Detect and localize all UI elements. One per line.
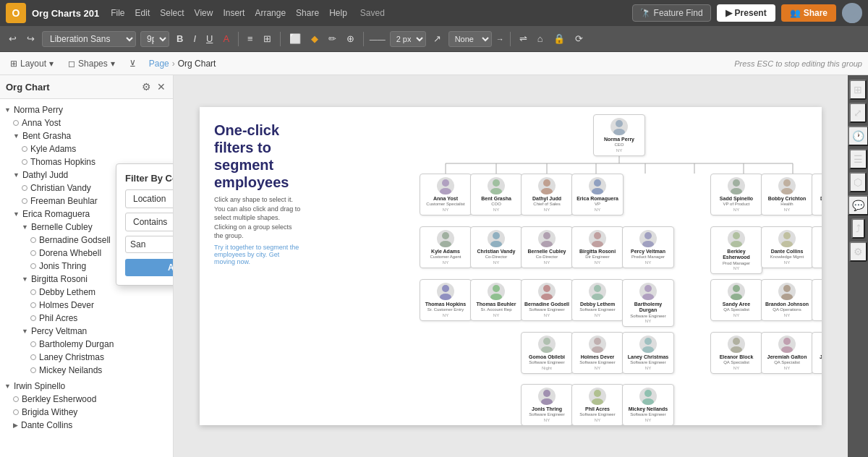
menu-view[interactable]: View [195,8,213,18]
tree-node-laney-christmas[interactable]: Laney Christmas [26,351,173,364]
lock-button[interactable]: 🔒 [550,32,568,46]
waypoint-button[interactable]: ⌂ [535,32,546,46]
font-selector[interactable]: Liberation Sans [42,31,136,47]
panel-expand-button[interactable]: ⤢ [849,103,867,123]
filter-value-input[interactable] [125,236,174,253]
tree-node-dante-collins[interactable]: ▶ Dante Collins [9,419,173,432]
panel-node-button[interactable]: ⬡ [849,172,867,192]
extra-button[interactable]: ⊕ [344,32,357,46]
org-card-holmes[interactable]: Holmes Dever Software Engineer NY [571,332,624,374]
panel-layers-button[interactable]: ☰ [849,149,867,169]
menu-share[interactable]: Share [296,8,319,18]
tree-node-anna-yost[interactable]: Anna Yost [9,116,173,129]
tree-node-irwin-spinello[interactable]: ▼ Irwin Spinello [0,380,173,393]
panel-chat-button[interactable]: 💬 [848,195,869,215]
user-avatar[interactable] [842,3,862,23]
panel-share-button[interactable]: ⤴ [851,218,865,239]
panel-grid-button[interactable]: ⊞ [849,80,867,100]
connector-button[interactable]: ↗ [430,32,444,46]
shapes-button[interactable]: ◻ Shapes ▾ [64,57,119,70]
org-card-ceo[interactable]: Norma Perry CEO NY [593,114,645,156]
italic-button[interactable]: I [190,32,199,46]
font-color-button[interactable]: A [220,32,232,46]
org-card-janice[interactable]: Janice Walkins QA Operations NY [812,332,822,374]
align-right-button[interactable]: ⊞ [260,32,274,46]
org-card-thomas[interactable]: Thomas Hopkins Sr. Customer Entry NY [420,279,472,321]
org-card-berkeley[interactable]: Berkley Esherwood Prod Manager NY [710,226,762,274]
avatar [728,230,745,247]
org-card-freeman[interactable]: Thomas Beuhler Sr. Account Rep NY [470,279,522,321]
org-card-bernelle[interactable]: Bernelle Cubley Co-Director NY [521,226,573,268]
menu-arrange[interactable]: Arrange [255,8,286,18]
filter-button[interactable]: ⊻ [125,57,140,70]
add-filter-button[interactable]: Add Filter [125,259,174,276]
sidebar-close-button[interactable]: ✕ [156,80,167,94]
org-card-bartholemy[interactable]: Bartholemy Durgan Software Engineer NY [622,279,674,327]
tree-node-percy-veltman[interactable]: ▼ Percy Veltman [17,325,173,338]
bold-button[interactable]: B [174,32,186,46]
org-card-debby[interactable]: Debby Lethem Software Engineer NY [571,279,624,321]
panel-clock-button[interactable]: 🕐 [848,126,869,146]
org-card-christian[interactable]: Christian Vandy Co-Director NY [470,226,522,268]
tree-node-holmes-dever[interactable]: Holmes Dever [26,299,173,312]
undo-button[interactable]: ↩ [6,32,20,46]
none-selector[interactable]: None [448,31,492,47]
fill-color-button[interactable]: ◆ [308,32,321,46]
underline-button[interactable]: U [203,32,216,46]
menu-select[interactable]: Select [160,8,184,18]
sidebar-settings-button[interactable]: ⚙ [140,80,153,94]
org-card-jeremiah[interactable]: Jeremiah Galton QA Specialist NY [761,332,813,374]
filter-column-select[interactable]: Location Name Role Department [125,189,174,208]
present-button[interactable]: ▶ Present [717,4,775,22]
org-card-mickey[interactable]: Mickey Neilands Software Engineer NY [622,384,674,425]
tree-node-norma-perry[interactable]: ▼ Norma Perry [0,103,173,116]
align-left-button[interactable]: ≡ [244,32,256,46]
tree-node-kyle-adams[interactable]: Kyle Adams [17,142,173,155]
reset-button[interactable]: ⟳ [572,32,586,46]
org-card-diana[interactable]: Diana Wiggins QA Director NY [812,174,822,215]
org-card-anna[interactable]: Anna Yost Customer Specialist NY [420,174,472,215]
shape-button[interactable]: ⬜ [286,32,304,46]
menu-insert[interactable]: Insert [223,8,244,18]
menu-help[interactable]: Help [329,8,347,18]
org-card-jonis[interactable]: Jonis Thring Software Engineer NY [521,384,573,425]
canvas-area[interactable]: One-click filters to segment employees C… [174,75,848,457]
org-card-percy[interactable]: Percy Veltman Product Manager NY [622,226,674,268]
org-card-irwin[interactable]: Ugo Tardill QA Director NY [812,226,822,268]
org-card-kyle[interactable]: Kyle Adams Customer Agent NY [420,226,472,268]
connections-button[interactable]: ⇌ [516,32,530,46]
org-card-dante[interactable]: Dante Collins Knowledge Mgmt NY [761,226,813,268]
org-card-birgitta[interactable]: Birgitta Rosoni Dir Engineer NY [571,226,624,268]
tree-node-mickey-neilands[interactable]: Mickey Neilands [26,364,173,377]
menu-file[interactable]: File [111,8,124,18]
feature-find-button[interactable]: 🔭 Feature Find [632,4,711,22]
redo-button[interactable]: ↪ [24,32,38,46]
org-card-cindy[interactable]: Cindy Alley QA Specialist NY [812,279,822,321]
org-card-bernadine[interactable]: Bernadine Godsell Software Engineer NY [521,279,573,321]
line-color-button[interactable]: ✏ [326,32,339,46]
tree-node-debby-lethem[interactable]: Debby Lethem [26,286,173,299]
filter-condition-select[interactable]: Contains Equals Starts with Ends with [125,213,174,231]
tree-node-brigida-withey[interactable]: Brigida Withey [9,406,173,419]
org-card-bent[interactable]: Bent Grasha COO NY [470,174,522,215]
org-card-sandy[interactable]: Sandy Aree QA Specialist NY [710,279,762,321]
org-card-bobby[interactable]: Bobby Crichton Health NY [761,174,813,215]
tree-node-bartholemy-durgan[interactable]: Bartholemy Durgan [26,338,173,351]
share-button[interactable]: 👥 Share [781,4,836,22]
line-width-selector[interactable]: 2 px 1 px 3 px [390,31,426,47]
font-size-selector[interactable]: 9pt 10pt 12pt [140,31,169,47]
org-card-laney[interactable]: Laney Christmas Software Engineer NY [622,332,674,374]
org-card-brigida[interactable]: Brandon Johnson QA Operations NY [761,279,813,321]
menu-edit[interactable]: Edit [135,8,150,18]
org-card-dathyl[interactable]: Dathyl Judd Chief of Sales NY [521,174,573,215]
org-card-phil[interactable]: Phil Acres Software Engineer NY [571,384,624,425]
org-card-sadd[interactable]: Sadd Spinello VP of Product NY [710,174,762,215]
org-card-dorena[interactable]: Gomoa Obilebi Software Engineer Night [521,332,573,374]
panel-settings-button[interactable]: ⚙ [849,242,867,262]
org-card-erica[interactable]: Erica Romaguera VP NY [571,174,624,215]
tree-node-phil-acres[interactable]: Phil Acres [26,312,173,325]
layout-button[interactable]: ⊞ Layout ▾ [6,57,58,70]
tree-node-berkley-esherwood[interactable]: Berkley Esherwood [9,393,173,406]
tree-node-bent-grasha[interactable]: ▼ Bent Grasha [9,129,173,142]
org-card-eleanor[interactable]: Eleanor Block QA Specialist NY [710,332,762,374]
